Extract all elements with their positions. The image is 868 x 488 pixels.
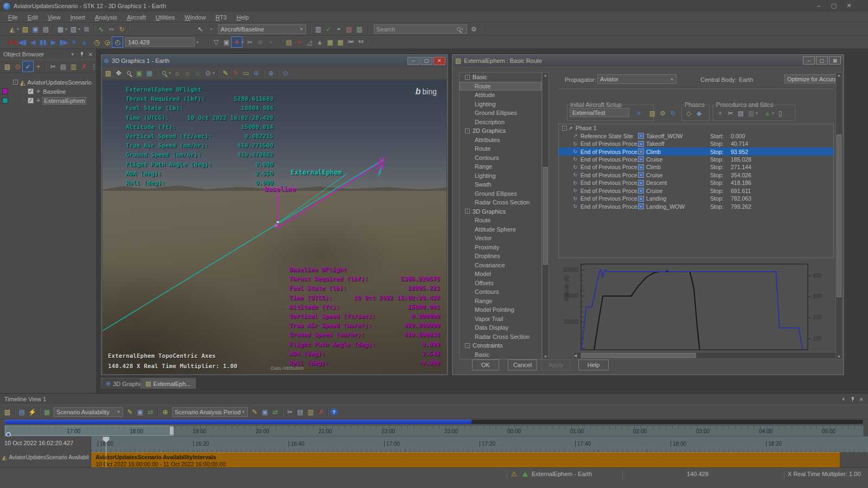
- search-icon[interactable]: [457, 27, 461, 31]
- nav-tree-scrollbar[interactable]: ▲▼: [542, 72, 549, 359]
- menu-item-edit[interactable]: Edit: [23, 13, 43, 22]
- procedure-row-cruise[interactable]: ↻End of Previous Proce...≈CruiseStop:691…: [559, 187, 833, 195]
- step-forward-icon[interactable]: ▮▶: [59, 37, 69, 47]
- scroll-down-icon[interactable]: ▼: [544, 355, 547, 358]
- procedure-row-cruise[interactable]: ↻End of Previous Proce...≈CruiseStop:354…: [559, 171, 833, 179]
- connect-icon[interactable]: ∿: [96, 24, 106, 34]
- play-icon[interactable]: ▶: [48, 37, 59, 47]
- close-button[interactable]: ✕: [841, 1, 857, 10]
- optimize-for-accuracy-button[interactable]: Optimize for Accuracy: [784, 74, 839, 84]
- message-bubble-icon[interactable]: ◓: [334, 24, 344, 34]
- disconnect-icon[interactable]: ∾: [106, 24, 117, 34]
- prev-view-icon[interactable]: ⌂: [182, 68, 193, 78]
- tree-row-baseline[interactable]: ·· ✓ ✈ Baseline: [0, 87, 96, 96]
- nav-item-route[interactable]: Route: [459, 216, 541, 225]
- new-phase-icon[interactable]: ◇: [684, 108, 694, 118]
- snapshot-icon[interactable]: ▣: [134, 68, 144, 78]
- panel-menu-icon[interactable]: ▼: [841, 397, 846, 402]
- tree-row-externalephem[interactable]: ·· ✓ ✈ ExternalEphem: [0, 96, 96, 105]
- availability-combo[interactable]: Scenario Availability▼: [54, 407, 123, 417]
- tl-paste-icon[interactable]: ▥: [305, 407, 316, 417]
- nav-item-range[interactable]: Range: [459, 297, 541, 306]
- pin-icon[interactable]: [80, 52, 84, 57]
- close-window-icon[interactable]: ⊠: [81, 24, 92, 34]
- nav-item-route[interactable]: Route: [459, 144, 541, 153]
- object-columns-icon[interactable]: ▥: [354, 24, 365, 34]
- menu-item-analysis[interactable]: Analysis: [90, 13, 122, 22]
- analysis-period-icon[interactable]: ⊕: [160, 407, 170, 417]
- graphics-window-titlebar[interactable]: ⊕ 3D Graphics 1 - Earth – ▢ ✕: [101, 55, 448, 67]
- timeline-overview-ruler[interactable]: 17:0018:0019:0020:0021:0022:0023:0000:00…: [4, 425, 864, 436]
- browser-notebook-icon[interactable]: ▧: [2, 61, 12, 72]
- pause-icon[interactable]: ▮▮: [38, 37, 48, 47]
- add-timeline-icon[interactable]: ▤: [17, 407, 27, 417]
- timeline-detail-ruler[interactable]: 16:0016:2016:4017:0017:2017:4018:0018:20: [91, 436, 868, 452]
- stamp-env-icon[interactable]: ▤: [284, 37, 294, 47]
- tl-notebook-icon[interactable]: ▧: [2, 407, 12, 417]
- tree-root-row[interactable]: - ◭ AviatorUpdatesScenario: [0, 78, 96, 87]
- panel-close-icon[interactable]: ✕: [88, 52, 93, 57]
- externalephem-color-swatch[interactable]: [2, 98, 8, 104]
- propagator-combo[interactable]: Aviator▼: [597, 74, 676, 84]
- tl-lightning-icon[interactable]: ⚡: [27, 407, 37, 417]
- pin-icon[interactable]: [851, 397, 855, 402]
- ruler-icon[interactable]: ▭: [241, 68, 251, 78]
- clock-realtime-icon[interactable]: ◴: [112, 37, 123, 47]
- procedure-row-takeoff[interactable]: ↻End of Previous Proce...≈TakeoffStop:40…: [559, 140, 833, 147]
- nav-group-constraints[interactable]: -Constraints: [459, 341, 541, 350]
- nav-item-covariance[interactable]: Covariance: [459, 261, 541, 270]
- settings-gear-icon[interactable]: ⚙: [469, 24, 479, 34]
- step-back-icon[interactable]: ◀▮: [17, 37, 28, 47]
- procedure-row-landing_wow[interactable]: ↻End of Previous Proce...≈Landing_WOWSto…: [559, 202, 833, 210]
- scroll-down-icon[interactable]: ▼: [837, 355, 841, 358]
- ok-button[interactable]: OK: [472, 359, 499, 370]
- dialog-close-button[interactable]: ⊠: [829, 56, 841, 65]
- tab-externalephem[interactable]: ▧ ExternalEph...: [141, 378, 196, 389]
- calendar-add-icon[interactable]: ▦: [325, 37, 335, 47]
- delete-icon[interactable]: ✗: [79, 61, 89, 72]
- analysis-check-icon[interactable]: ✓: [323, 24, 334, 34]
- color-legend-icon[interactable]: ⊙: [12, 61, 23, 72]
- overflow-icon[interactable]: ⋮: [89, 61, 99, 72]
- panel-close-icon[interactable]: ✕: [859, 396, 864, 402]
- clock-animation-icon[interactable]: ◷: [92, 37, 102, 47]
- menu-item-insert[interactable]: Insert: [65, 13, 90, 22]
- globe-gray-icon[interactable]: ◔: [206, 24, 216, 34]
- procedure-row-landing[interactable]: ↻End of Previous Proce...≈LandingStop:78…: [559, 195, 833, 202]
- nav-item-model[interactable]: Model: [459, 269, 541, 279]
- home-view-icon[interactable]: ⌂: [172, 68, 182, 78]
- nav-item-route[interactable]: Route: [459, 82, 541, 91]
- menu-item-file[interactable]: File: [3, 13, 23, 22]
- nav-item-attitude[interactable]: Attitude: [459, 91, 541, 100]
- cut-icon[interactable]: ✂: [48, 61, 58, 72]
- zoom-icon[interactable]: [124, 68, 134, 78]
- reset-icon[interactable]: ▮◀: [7, 37, 17, 47]
- maximize-button[interactable]: ▢: [826, 1, 841, 10]
- ghost-orbit-icon[interactable]: ◔: [265, 37, 276, 47]
- nav-item-ground-ellipses[interactable]: Ground Ellipses: [459, 189, 541, 198]
- nav-item-droplines[interactable]: Droplines: [459, 252, 541, 261]
- next-view-icon[interactable]: ⌂: [193, 68, 203, 78]
- nav-item-vector[interactable]: Vector: [459, 234, 541, 243]
- edit-interval-2-icon[interactable]: ✎: [250, 407, 260, 417]
- procedure-row-climb[interactable]: ↻End of Previous Proce...≈ClimbStop:271.…: [559, 163, 833, 171]
- analysis-period-combo[interactable]: Scenario Analysis Period▼: [172, 407, 248, 417]
- externalephem-checkbox[interactable]: ✓: [28, 98, 34, 104]
- object-selector-combo[interactable]: Aircraft/Baseline▼: [218, 24, 306, 34]
- nav-item-data-display[interactable]: Data Display: [459, 323, 541, 332]
- decrease-step-icon[interactable]: ▼: [69, 37, 79, 47]
- tl-delete-icon[interactable]: ✗: [316, 407, 326, 417]
- save-interval-1-icon[interactable]: ▣: [135, 407, 145, 417]
- ghost-target-icon[interactable]: ⊗: [255, 37, 265, 47]
- swap-2-icon[interactable]: ⇄: [270, 407, 280, 417]
- procedure-row-takeoff_wow[interactable]: ↗Reference State Site≈Takeoff_WOWStart:0…: [559, 132, 833, 139]
- phase-group-row[interactable]: -↗Phase 1: [559, 124, 833, 132]
- cancel-button[interactable]: Cancel: [508, 359, 537, 370]
- save-interval-2-icon[interactable]: ▣: [260, 407, 270, 417]
- nav-item-basic[interactable]: Basic: [459, 350, 541, 359]
- nav-item-ground-ellipses[interactable]: Ground Ellipses: [459, 108, 541, 118]
- paste-icon[interactable]: ▥: [68, 61, 79, 72]
- clock-pause-icon[interactable]: ◶: [102, 37, 112, 47]
- new-object-icon[interactable]: +: [33, 61, 43, 72]
- nav-item-radar-cross-section[interactable]: Radar Cross Section: [459, 198, 541, 207]
